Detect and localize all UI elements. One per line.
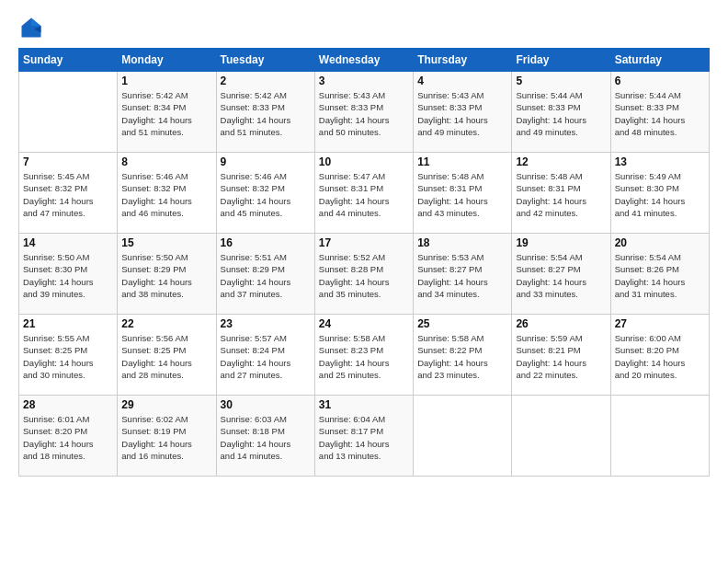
calendar-cell: 30Sunrise: 6:03 AM Sunset: 8:18 PM Dayli… xyxy=(216,396,314,477)
calendar-week-2: 7Sunrise: 5:45 AM Sunset: 8:32 PM Daylig… xyxy=(19,153,710,234)
day-number: 3 xyxy=(319,75,409,87)
day-info: Sunrise: 6:03 AM Sunset: 8:18 PM Dayligh… xyxy=(221,413,311,462)
svg-marker-1 xyxy=(31,18,41,27)
day-info: Sunrise: 5:59 AM Sunset: 8:21 PM Dayligh… xyxy=(516,332,606,381)
day-info: Sunrise: 6:01 AM Sunset: 8:20 PM Dayligh… xyxy=(23,413,113,462)
calendar-cell: 12Sunrise: 5:48 AM Sunset: 8:31 PM Dayli… xyxy=(512,153,610,234)
calendar-cell: 22Sunrise: 5:56 AM Sunset: 8:25 PM Dayli… xyxy=(118,315,216,396)
calendar-cell: 29Sunrise: 6:02 AM Sunset: 8:19 PM Dayli… xyxy=(118,396,216,477)
calendar-cell: 5Sunrise: 5:44 AM Sunset: 8:33 PM Daylig… xyxy=(512,72,610,153)
day-number: 5 xyxy=(516,75,606,87)
day-info: Sunrise: 5:56 AM Sunset: 8:25 PM Dayligh… xyxy=(121,332,211,381)
weekday-header-thursday: Thursday xyxy=(414,49,512,72)
day-number: 26 xyxy=(516,317,606,330)
calendar-cell: 14Sunrise: 5:50 AM Sunset: 8:30 PM Dayli… xyxy=(19,234,118,315)
day-info: Sunrise: 5:46 AM Sunset: 8:32 PM Dayligh… xyxy=(221,170,311,219)
day-info: Sunrise: 5:48 AM Sunset: 8:31 PM Dayligh… xyxy=(516,170,606,219)
day-number: 6 xyxy=(615,75,705,87)
day-info: Sunrise: 5:58 AM Sunset: 8:23 PM Dayligh… xyxy=(319,332,409,381)
calendar-cell: 11Sunrise: 5:48 AM Sunset: 8:31 PM Dayli… xyxy=(414,153,512,234)
day-number: 23 xyxy=(221,317,311,330)
calendar-cell: 13Sunrise: 5:49 AM Sunset: 8:30 PM Dayli… xyxy=(610,153,709,234)
day-info: Sunrise: 5:49 AM Sunset: 8:30 PM Dayligh… xyxy=(615,170,705,219)
day-number: 20 xyxy=(615,236,705,249)
weekday-header-monday: Monday xyxy=(118,49,216,72)
weekday-header-friday: Friday xyxy=(512,49,610,72)
day-number: 10 xyxy=(319,155,409,168)
day-number: 27 xyxy=(615,317,705,330)
logo xyxy=(18,15,48,40)
day-info: Sunrise: 5:50 AM Sunset: 8:30 PM Dayligh… xyxy=(23,251,113,300)
calendar-cell: 23Sunrise: 5:57 AM Sunset: 8:24 PM Dayli… xyxy=(216,315,314,396)
calendar-cell: 8Sunrise: 5:46 AM Sunset: 8:32 PM Daylig… xyxy=(118,153,216,234)
calendar-cell: 15Sunrise: 5:50 AM Sunset: 8:29 PM Dayli… xyxy=(118,234,216,315)
day-number: 25 xyxy=(417,317,507,330)
calendar-cell: 26Sunrise: 5:59 AM Sunset: 8:21 PM Dayli… xyxy=(512,315,610,396)
day-info: Sunrise: 5:42 AM Sunset: 8:33 PM Dayligh… xyxy=(221,89,311,138)
calendar-cell xyxy=(610,396,709,477)
calendar-cell: 19Sunrise: 5:54 AM Sunset: 8:27 PM Dayli… xyxy=(512,234,610,315)
calendar-cell: 7Sunrise: 5:45 AM Sunset: 8:32 PM Daylig… xyxy=(19,153,118,234)
day-number: 29 xyxy=(121,398,211,411)
calendar-week-3: 14Sunrise: 5:50 AM Sunset: 8:30 PM Dayli… xyxy=(19,234,710,315)
day-info: Sunrise: 5:53 AM Sunset: 8:27 PM Dayligh… xyxy=(417,251,507,300)
calendar-cell: 31Sunrise: 6:04 AM Sunset: 8:17 PM Dayli… xyxy=(314,396,413,477)
day-info: Sunrise: 6:00 AM Sunset: 8:20 PM Dayligh… xyxy=(615,332,705,381)
day-info: Sunrise: 5:43 AM Sunset: 8:33 PM Dayligh… xyxy=(319,89,409,138)
calendar-cell xyxy=(414,396,512,477)
calendar-cell: 2Sunrise: 5:42 AM Sunset: 8:33 PM Daylig… xyxy=(216,72,314,153)
day-number: 2 xyxy=(221,75,311,87)
day-number: 1 xyxy=(121,75,211,87)
day-info: Sunrise: 5:50 AM Sunset: 8:29 PM Dayligh… xyxy=(121,251,211,300)
day-info: Sunrise: 5:44 AM Sunset: 8:33 PM Dayligh… xyxy=(615,89,705,138)
day-info: Sunrise: 5:44 AM Sunset: 8:33 PM Dayligh… xyxy=(516,89,606,138)
weekday-header-sunday: Sunday xyxy=(19,49,118,72)
calendar-week-5: 28Sunrise: 6:01 AM Sunset: 8:20 PM Dayli… xyxy=(19,396,710,477)
day-number: 13 xyxy=(615,155,705,168)
calendar-page: SundayMondayTuesdayWednesdayThursdayFrid… xyxy=(0,0,728,563)
day-number: 19 xyxy=(516,236,606,249)
day-info: Sunrise: 5:43 AM Sunset: 8:33 PM Dayligh… xyxy=(417,89,507,138)
day-number: 15 xyxy=(121,236,211,249)
calendar-cell xyxy=(19,72,118,153)
day-number: 14 xyxy=(23,236,113,249)
day-number: 22 xyxy=(121,317,211,330)
calendar-cell: 18Sunrise: 5:53 AM Sunset: 8:27 PM Dayli… xyxy=(414,234,512,315)
weekday-header-row: SundayMondayTuesdayWednesdayThursdayFrid… xyxy=(19,49,710,72)
day-number: 16 xyxy=(221,236,311,249)
day-number: 7 xyxy=(23,155,113,168)
day-info: Sunrise: 6:02 AM Sunset: 8:19 PM Dayligh… xyxy=(121,413,211,462)
header xyxy=(18,15,710,40)
calendar-cell: 16Sunrise: 5:51 AM Sunset: 8:29 PM Dayli… xyxy=(216,234,314,315)
weekday-header-wednesday: Wednesday xyxy=(314,49,413,72)
calendar-week-1: 1Sunrise: 5:42 AM Sunset: 8:34 PM Daylig… xyxy=(19,72,710,153)
calendar-cell: 20Sunrise: 5:54 AM Sunset: 8:26 PM Dayli… xyxy=(610,234,709,315)
day-number: 8 xyxy=(121,155,211,168)
day-info: Sunrise: 5:46 AM Sunset: 8:32 PM Dayligh… xyxy=(121,170,211,219)
calendar-cell: 3Sunrise: 5:43 AM Sunset: 8:33 PM Daylig… xyxy=(314,72,413,153)
day-number: 24 xyxy=(319,317,409,330)
day-number: 21 xyxy=(23,317,113,330)
calendar-cell: 6Sunrise: 5:44 AM Sunset: 8:33 PM Daylig… xyxy=(610,72,709,153)
day-number: 28 xyxy=(23,398,113,411)
calendar-cell: 21Sunrise: 5:55 AM Sunset: 8:25 PM Dayli… xyxy=(19,315,118,396)
calendar-cell: 1Sunrise: 5:42 AM Sunset: 8:34 PM Daylig… xyxy=(118,72,216,153)
day-number: 4 xyxy=(417,75,507,87)
day-number: 31 xyxy=(319,398,409,411)
day-number: 18 xyxy=(417,236,507,249)
day-number: 30 xyxy=(221,398,311,411)
logo-icon xyxy=(18,15,44,40)
day-number: 9 xyxy=(221,155,311,168)
calendar-cell: 17Sunrise: 5:52 AM Sunset: 8:28 PM Dayli… xyxy=(314,234,413,315)
calendar-cell: 9Sunrise: 5:46 AM Sunset: 8:32 PM Daylig… xyxy=(216,153,314,234)
day-number: 17 xyxy=(319,236,409,249)
day-info: Sunrise: 5:52 AM Sunset: 8:28 PM Dayligh… xyxy=(319,251,409,300)
calendar-cell: 25Sunrise: 5:58 AM Sunset: 8:22 PM Dayli… xyxy=(414,315,512,396)
calendar-week-4: 21Sunrise: 5:55 AM Sunset: 8:25 PM Dayli… xyxy=(19,315,710,396)
day-info: Sunrise: 5:48 AM Sunset: 8:31 PM Dayligh… xyxy=(417,170,507,219)
calendar-cell: 24Sunrise: 5:58 AM Sunset: 8:23 PM Dayli… xyxy=(314,315,413,396)
day-info: Sunrise: 5:58 AM Sunset: 8:22 PM Dayligh… xyxy=(417,332,507,381)
day-info: Sunrise: 5:42 AM Sunset: 8:34 PM Dayligh… xyxy=(121,89,211,138)
weekday-header-saturday: Saturday xyxy=(610,49,709,72)
calendar-cell: 27Sunrise: 6:00 AM Sunset: 8:20 PM Dayli… xyxy=(610,315,709,396)
